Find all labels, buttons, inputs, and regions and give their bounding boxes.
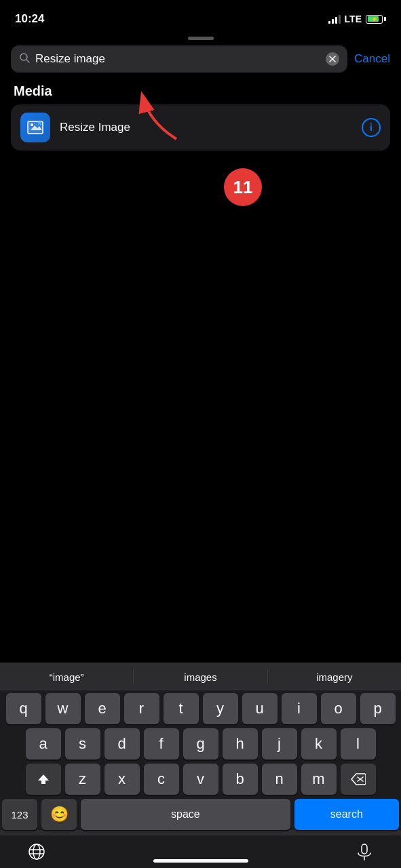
key-e[interactable]: e	[85, 693, 120, 724]
key-row-3: z x c v b n m	[2, 764, 399, 795]
key-n[interactable]: n	[262, 764, 297, 795]
search-icon	[19, 52, 30, 66]
key-t[interactable]: t	[164, 693, 199, 724]
svg-line-1	[26, 60, 29, 62]
predictive-item-0[interactable]: “image”	[0, 671, 133, 683]
lte-label: LTE	[345, 14, 362, 24]
status-right: LTE ⚡	[328, 14, 386, 24]
status-time: 10:24	[15, 12, 44, 26]
keyboard-area: “image” images imagery q w e r t y u i o…	[0, 663, 401, 868]
search-input[interactable]: Resize image	[35, 52, 320, 66]
key-space[interactable]: space	[81, 799, 290, 830]
home-indicator	[153, 859, 248, 863]
globe-button[interactable]	[27, 842, 46, 864]
resize-image-info-button[interactable]: i	[362, 118, 381, 137]
key-shift[interactable]	[26, 764, 61, 795]
key-f[interactable]: f	[144, 728, 179, 760]
battery-body: ⚡	[366, 15, 383, 24]
key-c[interactable]: c	[144, 764, 179, 795]
key-g[interactable]: g	[183, 728, 218, 760]
key-q[interactable]: q	[6, 693, 41, 724]
battery-icon: ⚡	[366, 15, 386, 24]
key-j[interactable]: j	[262, 728, 297, 760]
drag-handle	[0, 34, 401, 45]
key-r[interactable]: r	[124, 693, 159, 724]
media-section: Media Resize Image i	[0, 83, 401, 151]
key-delete[interactable]	[341, 764, 376, 795]
key-emoji[interactable]: 😊	[41, 799, 77, 830]
bottom-bar	[0, 835, 401, 868]
key-u[interactable]: u	[242, 693, 278, 724]
signal-bar-1	[328, 21, 330, 24]
cancel-button[interactable]: Cancel	[354, 52, 390, 66]
key-i[interactable]: i	[282, 693, 317, 724]
key-h[interactable]: h	[223, 728, 258, 760]
battery-cap	[384, 17, 386, 21]
key-v[interactable]: v	[183, 764, 218, 795]
section-label-media: Media	[0, 83, 401, 104]
predictive-item-1[interactable]: images	[134, 671, 267, 683]
drag-handle-bar	[188, 37, 214, 40]
step-badge: 11	[224, 168, 262, 206]
key-x[interactable]: x	[104, 764, 140, 795]
status-bar: 10:24 LTE ⚡	[0, 0, 401, 34]
key-s[interactable]: s	[65, 728, 100, 760]
key-row-4: 123 😊 space search	[2, 799, 399, 830]
key-m[interactable]: m	[301, 764, 337, 795]
key-b[interactable]: b	[223, 764, 258, 795]
microphone-button[interactable]	[355, 842, 374, 864]
key-a[interactable]: a	[26, 728, 61, 760]
key-d[interactable]: d	[104, 728, 140, 760]
keys-wrapper: q w e r t y u i o p a s d f g h j k l	[0, 690, 401, 830]
resize-image-result[interactable]: Resize Image i	[11, 104, 390, 151]
svg-point-7	[31, 123, 33, 126]
search-bar-container: Resize image Cancel	[0, 45, 401, 81]
key-z[interactable]: z	[65, 764, 100, 795]
resize-image-name: Resize Image	[60, 121, 352, 134]
key-search[interactable]: search	[294, 799, 399, 830]
key-y[interactable]: y	[203, 693, 238, 724]
svg-rect-14	[362, 844, 367, 854]
signal-bars	[328, 14, 341, 24]
search-clear-button[interactable]	[326, 52, 339, 66]
svg-point-10	[29, 844, 44, 859]
key-row-1: q w e r t y u i o p	[2, 693, 399, 724]
search-input-wrapper[interactable]: Resize image	[11, 45, 347, 73]
key-l[interactable]: l	[341, 728, 376, 760]
step-badge-number: 11	[233, 177, 253, 198]
signal-bar-2	[332, 19, 334, 24]
key-w[interactable]: w	[45, 693, 81, 724]
key-k[interactable]: k	[301, 728, 337, 760]
signal-bar-4	[339, 15, 341, 24]
key-o[interactable]: o	[321, 693, 356, 724]
resize-image-icon	[20, 113, 50, 142]
key-row-2: a s d f g h j k l	[2, 728, 399, 760]
signal-bar-3	[335, 17, 337, 24]
predictive-item-2[interactable]: imagery	[268, 671, 401, 683]
svg-point-11	[33, 844, 40, 859]
key-numbers[interactable]: 123	[2, 799, 37, 830]
key-p[interactable]: p	[360, 693, 396, 724]
predictive-bar: “image” images imagery	[0, 663, 401, 690]
